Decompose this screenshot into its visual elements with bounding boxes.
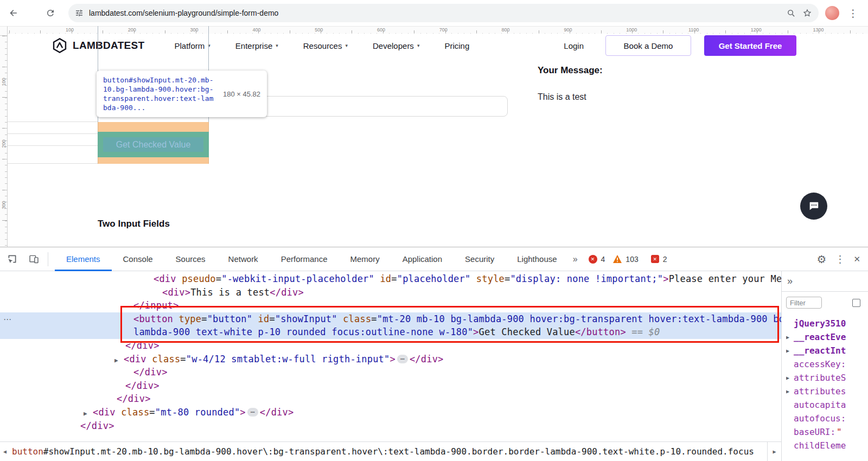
zoom-icon[interactable]: [787, 9, 796, 18]
code-token: pseudo: [176, 273, 216, 284]
devtools-menu-icon[interactable]: ⋮: [835, 253, 845, 265]
devtools-main: <div pseudo="-webkit-input-placeholder" …: [0, 271, 868, 461]
button-label: Get Checked Value: [116, 140, 191, 150]
nav-item-platform[interactable]: Platform▾: [174, 41, 210, 50]
ruler-label: 1300: [813, 27, 824, 33]
code-line[interactable]: ▶<div class="w-4/12 smtablet:w-full rigt…: [0, 353, 781, 366]
show-all-checkbox[interactable]: [852, 299, 860, 307]
property-row[interactable]: ▶attributeS: [786, 371, 868, 385]
expand-sidebar-icon[interactable]: »: [782, 271, 868, 292]
get-checked-value-button[interactable]: Get Checked Value: [98, 132, 209, 157]
devtools-tab-elements[interactable]: Elements: [55, 247, 112, 271]
site-settings-icon[interactable]: [75, 9, 84, 17]
property-row[interactable]: childEleme: [786, 439, 868, 452]
property-name: autofocus:: [794, 412, 846, 425]
reload-button[interactable]: [41, 4, 60, 22]
code-line[interactable]: <div pseudo="-webkit-input-placeholder" …: [0, 272, 781, 286]
back-button[interactable]: [4, 4, 23, 22]
ruler-label: 100: [66, 27, 74, 33]
code-line[interactable]: ▶<div class="mt-80 rounded">⋯</div>: [0, 406, 781, 419]
devtools-tab-lighthouse[interactable]: Lighthouse: [506, 247, 568, 271]
console-badges[interactable]: ✕ 4 103 ✕ 2: [589, 255, 672, 264]
chat-bubble-icon: [808, 200, 820, 212]
selected-element-breadcrumb[interactable]: button#showInput.mt-20.mb-10.bg-lambda-9…: [12, 446, 767, 457]
expand-arrow-icon[interactable]: ▶: [786, 385, 794, 398]
expand-arrow-icon[interactable]: ▶: [786, 330, 794, 344]
nav-item-developers[interactable]: Developers▾: [373, 41, 419, 50]
tooltip-dimensions: 180 × 45.82: [223, 90, 260, 98]
property-row[interactable]: autocapita: [786, 398, 868, 412]
close-icon[interactable]: ✕: [853, 254, 860, 264]
devtools-tab-application[interactable]: Application: [391, 247, 454, 271]
reload-icon: [46, 8, 55, 18]
code-line[interactable]: </div>: [0, 419, 781, 433]
devtools-tab-sources[interactable]: Sources: [164, 247, 217, 271]
nav-item-resources[interactable]: Resources▾: [303, 41, 348, 50]
devtools-tab-performance[interactable]: Performance: [270, 247, 339, 271]
devtools-tab-security[interactable]: Security: [454, 247, 506, 271]
chat-widget-button[interactable]: [800, 193, 827, 220]
login-link[interactable]: Login: [564, 41, 584, 50]
property-row[interactable]: baseURI: ": [786, 425, 868, 439]
code-line[interactable]: </div>: [0, 366, 781, 379]
collapsed-content-icon[interactable]: ⋯: [247, 408, 258, 417]
expand-arrow-icon[interactable]: ▶: [114, 354, 124, 368]
code-line[interactable]: <div>This is a test</div>: [0, 286, 781, 299]
devtools-tab-memory[interactable]: Memory: [339, 247, 391, 271]
profile-avatar[interactable]: [825, 6, 839, 20]
devtools-tab-network[interactable]: Network: [217, 247, 270, 271]
expand-arrow-icon[interactable]: ▶: [84, 407, 93, 421]
device-toolbar-icon: [28, 253, 40, 265]
property-row[interactable]: autofocus:: [786, 412, 868, 425]
crumb-scroll-right-icon[interactable]: ▶: [767, 442, 781, 461]
url-text[interactable]: lambdatest.com/selenium-playground/simpl…: [89, 9, 278, 17]
bookmark-star-icon[interactable]: [802, 8, 812, 18]
code-line[interactable]: <button type="button" id="showInput" cla…: [0, 312, 781, 326]
device-toolbar-button[interactable]: [24, 251, 43, 268]
code-token: class: [337, 313, 372, 324]
filter-input[interactable]: [786, 297, 822, 309]
code-line[interactable]: lambda-900 text-white p-10 rounded focus…: [0, 325, 781, 339]
address-bar[interactable]: lambdatest.com/selenium-playground/simpl…: [68, 4, 819, 22]
get-started-button[interactable]: Get Started Free: [704, 35, 796, 56]
code-line[interactable]: </div>: [0, 339, 781, 353]
property-row[interactable]: jQuery3510: [786, 317, 868, 330]
line-options-icon[interactable]: ⋯: [3, 315, 12, 324]
browser-menu-icon[interactable]: ⋮: [848, 7, 858, 20]
code-line[interactable]: </div>: [0, 379, 781, 393]
browser-toolbar: lambdatest.com/selenium-playground/simpl…: [0, 0, 868, 26]
code-token: >: [663, 273, 668, 284]
devtools-tab-console[interactable]: Console: [112, 247, 164, 271]
code-line[interactable]: </input>: [0, 299, 781, 312]
inspect-element-button[interactable]: [2, 251, 22, 268]
inspect-overlay-margin-top: [98, 122, 209, 132]
more-tabs-icon[interactable]: »: [569, 247, 582, 271]
code-token: </div>: [125, 340, 159, 351]
property-name: childEleme: [794, 439, 846, 452]
overlay-guide-line: [8, 145, 98, 146]
devtools-window-controls: ⚙ ⋮ ✕: [816, 253, 860, 266]
nav-item-pricing[interactable]: Pricing: [444, 41, 469, 50]
nav-item-enterprise[interactable]: Enterprise▾: [235, 41, 278, 50]
code-token: ==: [626, 326, 649, 337]
code-token: </div>: [125, 380, 159, 391]
collapsed-content-icon[interactable]: ⋯: [397, 355, 408, 363]
code-token: </button>: [575, 326, 626, 337]
property-row[interactable]: ▶__reactInt: [786, 344, 868, 357]
property-row[interactable]: ▶attributes: [786, 385, 868, 398]
expand-arrow-icon[interactable]: ▶: [786, 344, 794, 357]
elements-pane: <div pseudo="-webkit-input-placeholder" …: [0, 271, 781, 461]
property-row[interactable]: ▶__reactEve: [786, 330, 868, 344]
expand-arrow-icon[interactable]: ▶: [786, 371, 794, 385]
code-token: "w-4/12 smtablet:w-full rigth-input": [186, 354, 390, 364]
book-demo-button[interactable]: Book a Demo: [605, 35, 691, 56]
header-actions: Login Book a Demo Get Started Free: [564, 35, 796, 56]
code-token: lambda-900 text-white p-10 rounded focus…: [133, 326, 473, 337]
crumb-scroll-left-icon[interactable]: ◀: [3, 449, 7, 454]
nav-item-label: Platform: [174, 41, 205, 50]
settings-gear-icon[interactable]: ⚙: [816, 253, 826, 266]
code-line[interactable]: </div>: [0, 392, 781, 406]
property-row[interactable]: accessKey:: [786, 357, 868, 371]
overlay-guide-line: [8, 163, 98, 164]
properties-sidebar: » jQuery3510▶__reactEve▶__reactIntaccess…: [781, 271, 868, 461]
